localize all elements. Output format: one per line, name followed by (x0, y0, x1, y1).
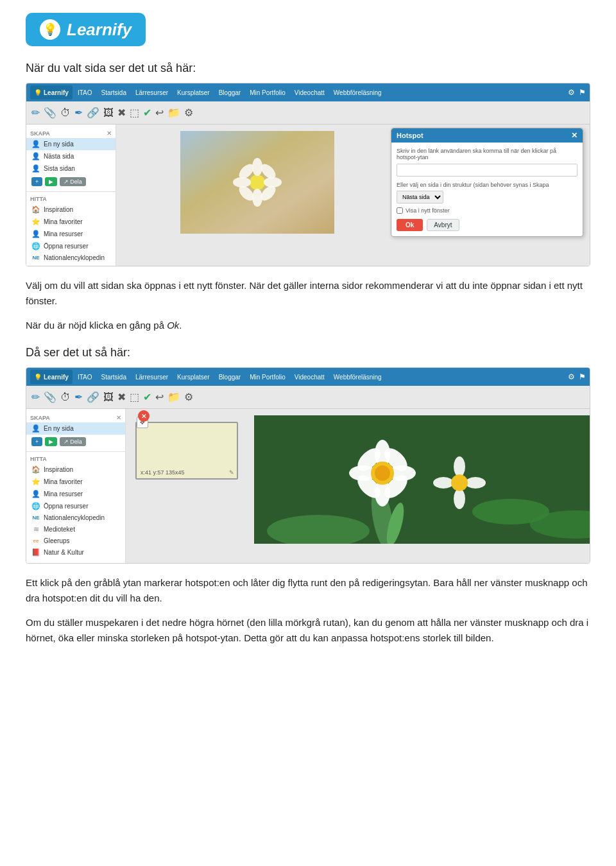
text-block-1: Välj om du vill att sidan ska öppnas i e… (26, 278, 590, 309)
flag-icon-1[interactable]: ⚑ (579, 88, 586, 97)
check-icon-1[interactable]: ✔ (143, 107, 151, 119)
cross-icon-2[interactable]: ✖ (117, 391, 126, 403)
sidebar-find-open-1[interactable]: 🌐 Öppna resurser (26, 240, 116, 252)
sidebar-close-1[interactable]: ✕ (107, 130, 112, 137)
select-icon-2[interactable]: ⬚ (130, 391, 139, 403)
edit2-icon-2[interactable]: ✒ (74, 391, 83, 403)
link-icon-1[interactable]: 🔗 (87, 107, 99, 119)
navbar-brand-icon-1: 💡 (34, 89, 42, 96)
sidebar-find-favorites-1[interactable]: ⭐ Mina favoriter (26, 216, 116, 228)
navbar-1: 💡 Learnify ITAO Startsida Lärresurser Ku… (26, 83, 590, 101)
sidebar-page-2-1[interactable]: 👤 En ny sida (26, 422, 125, 435)
hotspot-url-label: Skriv in den länk användaren ska komma t… (397, 148, 578, 160)
sidebar-find-nk-2[interactable]: 📕 Natur & Kultur (26, 546, 125, 559)
play-button-2[interactable]: ▶ (45, 437, 57, 446)
pencil-icon-2[interactable]: ✏ (31, 391, 40, 403)
sidebar-find-medio-2[interactable]: ≋ Medioteket (26, 523, 125, 535)
navbar-item-webbforelasning-1[interactable]: Webbföreläsning (330, 88, 386, 98)
sidebar-find-header-2: HITTA (26, 455, 125, 463)
sidebar-find-resurser-1[interactable]: 👤 Mina resurser (26, 228, 116, 240)
sidebar-page-1[interactable]: 👤 En ny sida (26, 138, 116, 150)
star-icon-2: ⭐ (31, 478, 40, 486)
svg-point-22 (454, 456, 465, 477)
navbar-item-larresurser-2[interactable]: Lärresurser (132, 372, 172, 382)
navbar-item-larresurser-1[interactable]: Lärresurser (132, 88, 172, 98)
sidebar-divider-1 (26, 191, 116, 192)
hotspot-marker[interactable]: ✥ ✕ x:41 y:57 135x45 ✎ (135, 422, 238, 480)
sidebar-find-gleerups-2[interactable]: ee Gleerups (26, 535, 125, 546)
hotspot-select-row: Nästa sida (397, 191, 578, 204)
sidebar-close-2[interactable]: ✕ (116, 414, 121, 421)
sidebar-page-2[interactable]: 👤 Nästa sida (26, 150, 116, 162)
hotspot-ok-button[interactable]: Ok (397, 219, 423, 231)
sidebar-find-ne-2[interactable]: NE Nationalencyklopedin (26, 512, 125, 523)
navbar-item-itao-2[interactable]: ITAO (74, 372, 96, 382)
navbar-item-videochatt-1[interactable]: Videochatt (291, 88, 329, 98)
screenshot-2: 💡 Learnify ITAO Startsida Lärresurser Ku… (26, 367, 590, 564)
svg-point-1 (252, 158, 262, 176)
hotspot-page-select[interactable]: Nästa sida (397, 191, 443, 204)
hotspot-close-icon[interactable]: ✕ (571, 131, 578, 140)
undo-icon-2[interactable]: ↩ (155, 391, 164, 403)
folder-icon-1[interactable]: 📁 (167, 107, 180, 119)
sidebar-find-label-2: HITTA (30, 456, 47, 462)
hotspot-delete-icon[interactable]: ✕ (138, 410, 150, 422)
add-button-1[interactable]: + (31, 177, 42, 186)
sidebar-create-label-2: SKAPA (30, 415, 50, 421)
navbar-item-kursplatser-1[interactable]: Kursplatser (173, 88, 214, 98)
navbar-item-portfolio-2[interactable]: Min Portfolio (246, 372, 289, 382)
sidebar-page-3[interactable]: 👤 Sista sidan (26, 162, 116, 175)
gear-icon-2[interactable]: ⚙ (568, 372, 575, 381)
sidebar-find-ne-1[interactable]: NE Nationalencyklopedin (26, 252, 116, 263)
share-button-2[interactable]: ↗ Dela (60, 437, 86, 446)
image-icon-2[interactable]: 🖼 (103, 392, 114, 403)
sidebar-find-inspiration-1[interactable]: 🏠 Inspiration (26, 204, 116, 216)
navbar-item-webbforelasning-2[interactable]: Webbföreläsning (330, 372, 386, 382)
folder-icon-2[interactable]: 📁 (167, 391, 180, 403)
navbar-item-bloggar-1[interactable]: Bloggar (215, 88, 244, 98)
settings-icon-2[interactable]: ⚙ (184, 391, 193, 403)
play-button-1[interactable]: ▶ (45, 177, 57, 186)
clock-icon-2[interactable]: ⏱ (60, 392, 71, 403)
sidebar-find-favorites-2[interactable]: ⭐ Mina favoriter (26, 476, 125, 488)
navbar-item-videochatt-2[interactable]: Videochatt (291, 372, 329, 382)
image-icon-1[interactable]: 🖼 (103, 107, 114, 119)
clock-icon-1[interactable]: ⏱ (60, 107, 71, 119)
link-icon-2[interactable]: 🔗 (87, 391, 99, 403)
sidebar-find-resurser-2[interactable]: 👤 Mina resurser (26, 488, 125, 500)
hotspot-url-input[interactable] (397, 164, 578, 177)
navbar-item-startsida-2[interactable]: Startsida (98, 372, 130, 382)
hotspot-cancel-button[interactable]: Avbryt (427, 219, 459, 231)
navbar-item-portfolio-1[interactable]: Min Portfolio (246, 88, 289, 98)
paperclip-icon-1[interactable]: 📎 (44, 107, 56, 119)
navbar-item-bloggar-2[interactable]: Bloggar (215, 372, 244, 382)
navbar-brand-2[interactable]: 💡 Learnify (30, 370, 73, 384)
sidebar-find-open-2[interactable]: 🌐 Öppna resurser (26, 500, 125, 512)
image-2 (254, 415, 590, 544)
content-area-2: ✥ ✕ x:41 y:57 135x45 ✎ (126, 409, 590, 563)
edit2-icon-1[interactable]: ✒ (74, 107, 83, 119)
navbar-item-itao-1[interactable]: ITAO (74, 88, 96, 98)
navbar-item-kursplatser-2[interactable]: Kursplatser (173, 372, 214, 382)
image-1 (180, 131, 334, 234)
flag-icon-2[interactable]: ⚑ (579, 372, 586, 381)
navbar-brand-text-1: Learnify (44, 89, 69, 96)
share-button-1[interactable]: ↗ Dela (60, 177, 86, 186)
settings-icon-1[interactable]: ⚙ (184, 107, 193, 119)
sidebar-find-medio-1[interactable]: ≋ Medioteket (26, 263, 116, 266)
navbar-item-startsida-1[interactable]: Startsida (98, 88, 130, 98)
navbar-brand-1[interactable]: 💡 Learnify (30, 85, 73, 100)
sidebar-find-inspiration-2[interactable]: 🏠 Inspiration (26, 463, 125, 476)
paperclip-icon-2[interactable]: 📎 (44, 391, 56, 403)
check-icon-2[interactable]: ✔ (143, 391, 151, 403)
cross-icon-1[interactable]: ✖ (117, 107, 126, 119)
undo-icon-1[interactable]: ↩ (155, 107, 164, 119)
text-block-2: När du är nöjd klicka en gång på Ok. (26, 318, 590, 333)
hotspot-edit-icon[interactable]: ✎ (229, 469, 234, 476)
pencil-icon-1[interactable]: ✏ (31, 107, 40, 119)
sidebar-1: SKAPA ✕ 👤 En ny sida 👤 Nästa sida 👤 Sist… (26, 125, 116, 266)
hotspot-newwindow-checkbox[interactable] (397, 207, 403, 214)
add-button-2[interactable]: + (31, 437, 42, 446)
gear-icon-1[interactable]: ⚙ (568, 88, 575, 97)
select-icon-1[interactable]: ⬚ (130, 107, 139, 119)
